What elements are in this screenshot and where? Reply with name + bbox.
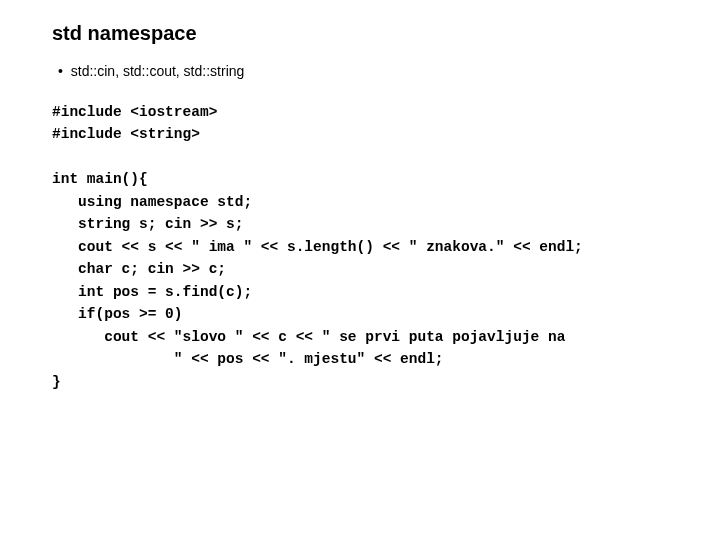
bullet-text: std::cin, std::cout, std::string (71, 63, 245, 79)
slide-title: std namespace (52, 22, 680, 45)
slide: std namespace • std::cin, std::cout, std… (0, 0, 720, 393)
bullet-dot-icon: • (58, 63, 63, 79)
code-block: #include <iostream> #include <string> in… (52, 101, 680, 393)
bullet-item: • std::cin, std::cout, std::string (58, 63, 680, 79)
